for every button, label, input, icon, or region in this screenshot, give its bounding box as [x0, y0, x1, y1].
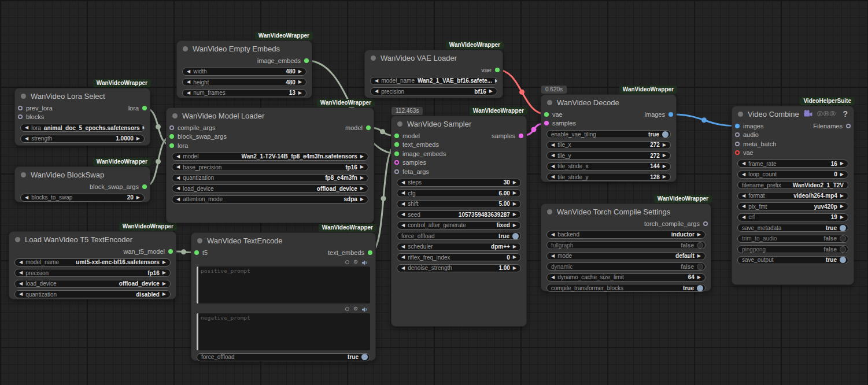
- port-dot[interactable]: [519, 134, 523, 138]
- node-empty-embeds[interactable]: WanVideoWrapperWanVideo Empty Embedsimag…: [176, 40, 312, 98]
- output-port-model[interactable]: model: [345, 123, 374, 132]
- widget-force-offload[interactable]: force_offloadtrue: [397, 232, 521, 240]
- widget-quantization[interactable]: ◀quantizationfp8_e4m3fn▶: [172, 174, 368, 182]
- node-decode[interactable]: WanVideoWrapper0.620sWanVideo Decodevaes…: [541, 94, 677, 182]
- widget-control-after-generate[interactable]: ◀control_after_generatefixed▶: [397, 221, 521, 229]
- stepper-left-icon[interactable]: ◀: [551, 232, 555, 237]
- stepper-left-icon[interactable]: ◀: [176, 165, 180, 169]
- stepper-left-icon[interactable]: ◀: [19, 260, 23, 265]
- widget-compile-transformer-blocks[interactable]: compile_transformer_blockstrue: [546, 284, 706, 292]
- stepper-left-icon[interactable]: ◀: [551, 275, 555, 280]
- stepper-right-icon[interactable]: ▶: [360, 176, 364, 180]
- stepper-left-icon[interactable]: ◀: [742, 194, 745, 198]
- stepper-right-icon[interactable]: ▶: [360, 165, 364, 169]
- stepper-left-icon[interactable]: ◀: [187, 69, 190, 74]
- speaker-icon[interactable]: [362, 257, 368, 268]
- stepper-left-icon[interactable]: ◀: [176, 197, 180, 202]
- node-videocombine[interactable]: VideoHelperSuiteVideo CombineⓋⒽⓈ?imagesa…: [732, 106, 854, 285]
- port-dot[interactable]: [735, 132, 740, 137]
- node-vae-loader[interactable]: WanVideoWrapperWanVideo VAE Loadervae◀mo…: [364, 50, 503, 98]
- toggle-knob-icon[interactable]: [662, 131, 668, 138]
- stepper-left-icon[interactable]: ◀: [401, 191, 405, 195]
- gear-icon[interactable]: ⚙: [353, 260, 358, 265]
- node-textencode[interactable]: WanVideoWrapperWanVideo TextEncodet5text…: [191, 232, 376, 361]
- stepper-right-icon[interactable]: ▶: [663, 164, 666, 169]
- port-dot[interactable]: [18, 106, 23, 110]
- input-port-lora[interactable]: lora: [167, 141, 374, 150]
- node-title-bar[interactable]: WanVideo Sampler: [391, 116, 526, 131]
- port-dot[interactable]: [366, 125, 371, 130]
- widget-steps[interactable]: ◀steps30▶: [397, 179, 521, 187]
- positive-prompt-textarea[interactable]: [197, 266, 370, 303]
- stepper-left-icon[interactable]: ◀: [19, 282, 23, 286]
- collapse-dot[interactable]: [21, 94, 26, 99]
- stepper-left-icon[interactable]: ◀: [551, 143, 555, 147]
- stepper-left-icon[interactable]: ◀: [176, 154, 180, 159]
- widget-dynamo-cache-size-limit[interactable]: ◀dynamo_cache_size_limit64▶: [546, 273, 706, 282]
- stepper-left-icon[interactable]: ◀: [742, 172, 745, 177]
- stepper-right-icon[interactable]: ▶: [513, 255, 516, 260]
- help-icon[interactable]: ?: [843, 109, 848, 119]
- widget-shift[interactable]: ◀shift5.00▶: [397, 200, 521, 208]
- port-dot[interactable]: [394, 160, 399, 165]
- stepper-right-icon[interactable]: ▶: [840, 172, 844, 177]
- widget-quantization[interactable]: ◀quantizationdisabled▶: [14, 290, 171, 298]
- node-title-bar[interactable]: WanVideo Lora Select: [15, 88, 150, 103]
- link-midpoint-dot[interactable]: [381, 196, 386, 201]
- widget-cfg[interactable]: ◀cfg6.00▶: [397, 189, 521, 197]
- output-port-images[interactable]: images: [645, 110, 676, 119]
- port-dot[interactable]: [18, 114, 23, 119]
- node-title-bar[interactable]: WanVideo Model Loader: [167, 108, 374, 123]
- stepper-left-icon[interactable]: ◀: [551, 254, 555, 258]
- input-port-compile-args[interactable]: compile_args: [167, 123, 374, 132]
- stepper-left-icon[interactable]: ◀: [401, 245, 405, 249]
- stepper-right-icon[interactable]: ▶: [298, 80, 302, 84]
- gear-icon[interactable]: ⚙: [353, 306, 358, 312]
- widget-denoise-strength[interactable]: ◀denoise_strength1.00▶: [397, 264, 521, 272]
- widget-save-metadata[interactable]: save_metadatatrue: [737, 224, 848, 232]
- toggle-knob-icon[interactable]: [512, 233, 519, 239]
- input-port-text-embeds[interactable]: text_embeds: [391, 140, 526, 150]
- widget-pix-fmt[interactable]: ◀pix_fmtyuv420p▶: [737, 202, 848, 210]
- widget-blocks-to-swap[interactable]: ◀blocks_to_swap20▶: [20, 194, 145, 202]
- collapse-dot[interactable]: [21, 172, 26, 177]
- widget-height[interactable]: ◀height480▶: [182, 78, 306, 86]
- collapse-dot[interactable]: [197, 238, 202, 243]
- stepper-right-icon[interactable]: ▶: [162, 292, 166, 297]
- widget-tile-x[interactable]: ◀tile_x272▶: [546, 141, 671, 149]
- widget-save-output[interactable]: save_outputtrue: [737, 256, 848, 264]
- output-port-wan-t5-model[interactable]: wan_t5_model: [123, 247, 176, 256]
- widget-model-name[interactable]: ◀model_nameumt5-xxl-enc-bf16.safetensors…: [14, 258, 171, 266]
- input-port-meta-batch[interactable]: meta_batch: [732, 139, 854, 149]
- stepper-right-icon[interactable]: ▶: [513, 212, 516, 217]
- stepper-left-icon[interactable]: ◀: [19, 271, 23, 275]
- stepper-right-icon[interactable]: ▶: [360, 186, 364, 191]
- port-dot[interactable]: [168, 249, 173, 254]
- node-blockswap[interactable]: WanVideoWrapperWanVideo BlockSwapblock_s…: [14, 166, 150, 202]
- port-dot[interactable]: [703, 221, 708, 226]
- port-dot[interactable]: [544, 112, 549, 117]
- stepper-left-icon[interactable]: ◀: [176, 176, 180, 180]
- input-port-audio[interactable]: audio: [732, 131, 854, 140]
- stepper-right-icon[interactable]: ▶: [513, 180, 516, 185]
- node-title-bar[interactable]: WanVideo BlockSwap: [15, 167, 150, 182]
- collapse-dot[interactable]: [172, 113, 178, 119]
- stepper-right-icon[interactable]: ▶: [513, 191, 516, 195]
- output-port-vae[interactable]: vae: [481, 65, 503, 75]
- node-title-bar[interactable]: WanVideo VAE Loader: [365, 50, 503, 65]
- port-dot[interactable]: [668, 112, 673, 117]
- node-title-bar[interactable]: Load WanVideo T5 TextEncoder: [9, 232, 176, 247]
- port-dot[interactable]: [304, 58, 309, 63]
- stepper-right-icon[interactable]: ▶: [360, 154, 364, 159]
- collapse-dot[interactable]: [183, 46, 188, 51]
- port-dot[interactable]: [495, 68, 500, 72]
- link-midpoint-dot[interactable]: [380, 129, 385, 134]
- widget-filename-prefix[interactable]: filename_prefixWanVideo2_1_T2V: [737, 181, 848, 189]
- toggle-knob-icon[interactable]: [697, 242, 703, 249]
- node-lora-select[interactable]: WanVideoWrapperWanVideo Lora Selectprev_…: [14, 88, 150, 146]
- stepper-left-icon[interactable]: ◀: [375, 89, 378, 94]
- stepper-left-icon[interactable]: ◀: [401, 202, 405, 206]
- stepper-left-icon[interactable]: ◀: [375, 79, 378, 83]
- output-port-Filenames[interactable]: Filenames: [813, 121, 854, 131]
- link-midpoint-dot[interactable]: [701, 117, 707, 123]
